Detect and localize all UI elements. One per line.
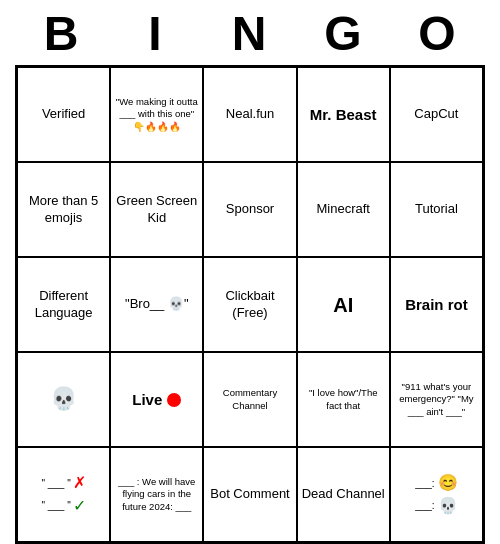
cell-r3c1: Different Language	[17, 257, 110, 352]
skull-emoji-2: 💀	[438, 496, 458, 517]
live-dot	[167, 393, 181, 407]
cell-r1c4: Mr. Beast	[297, 67, 390, 162]
cell-r2c4: Minecraft	[297, 162, 390, 257]
cell-r2c3: Sponsor	[203, 162, 296, 257]
cell-r4c5: "911 what's your emergency?" "My ___ ain…	[390, 352, 483, 447]
skull-emoji: 💀	[50, 385, 77, 414]
title-g: G	[304, 6, 384, 61]
title-b: B	[22, 6, 102, 61]
cell-r4c3: Commentary Channel	[203, 352, 296, 447]
bingo-title: B I N G O	[15, 0, 485, 65]
cell-r2c5: Tutorial	[390, 162, 483, 257]
cell-r5c1: " ___ " ✗ " ___ " ✓	[17, 447, 110, 542]
cell-r5c3: Bot Comment	[203, 447, 296, 542]
cell-r5c2: ___ : We will have flying cars in the fu…	[110, 447, 203, 542]
bingo-grid: Verified "We making it outta ___ with th…	[15, 65, 485, 544]
check-icon: ✓	[73, 496, 86, 517]
cell-r4c1: 💀	[17, 352, 110, 447]
cell-r2c1: More than 5 emojis	[17, 162, 110, 257]
cell-r5c5: ___: 😊 ___: 💀	[390, 447, 483, 542]
cell-r3c4: AI	[297, 257, 390, 352]
title-n: N	[210, 6, 290, 61]
cell-r1c1: Verified	[17, 67, 110, 162]
cell-r4c2: Live	[110, 352, 203, 447]
cell-r3c5: Brain rot	[390, 257, 483, 352]
cross-icon: ✗	[73, 473, 86, 494]
cell-r1c5: CapCut	[390, 67, 483, 162]
cell-r1c3: Neal.fun	[203, 67, 296, 162]
cell-r2c2: Green Screen Kid	[110, 162, 203, 257]
smiley-emoji: 😊	[438, 473, 458, 494]
cell-r5c4: Dead Channel	[297, 447, 390, 542]
title-i: I	[116, 6, 196, 61]
cell-r1c2: "We making it outta ___ with this one" 👇…	[110, 67, 203, 162]
cell-r3c3: Clickbait (Free)	[203, 257, 296, 352]
title-o: O	[398, 6, 478, 61]
cell-r3c2: "Bro__ 💀"	[110, 257, 203, 352]
cell-r4c4: "I love how"/The fact that	[297, 352, 390, 447]
